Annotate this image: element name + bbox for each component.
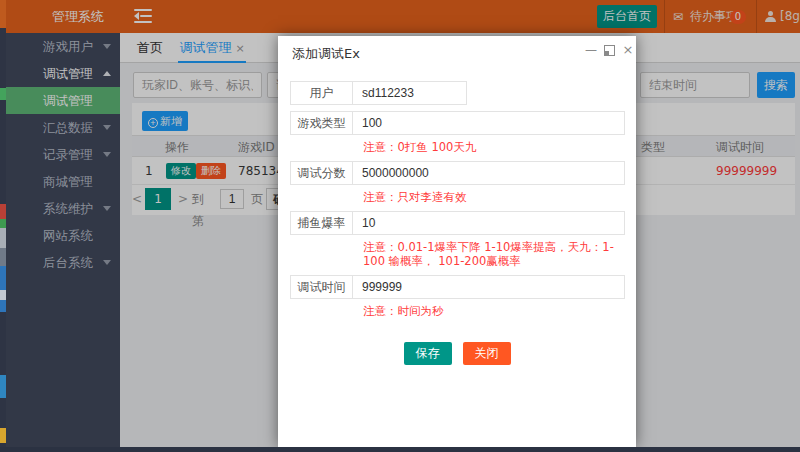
field-row-game-type: 游戏类型 bbox=[290, 111, 625, 135]
field-row-debug-score: 调试分数 bbox=[290, 161, 625, 185]
field-row-fish-rate: 捕鱼爆率 bbox=[290, 211, 625, 235]
game-type-field[interactable] bbox=[352, 111, 625, 135]
debug-score-note: 注意：只对李逵有效 bbox=[353, 190, 622, 204]
field-label: 用户 bbox=[290, 81, 353, 105]
add-debug-modal: 添加调试Ex — × 用户 游戏类型 注意：0打鱼 100天九 调试分数 bbox=[278, 36, 636, 447]
fish-rate-field[interactable] bbox=[352, 211, 625, 235]
user-field[interactable] bbox=[352, 81, 467, 105]
screen: 管理系统 游戏用户 调试管理 调试管理 汇总数据 记录管理 商城管理 bbox=[0, 0, 800, 452]
minimize-icon[interactable]: — bbox=[584, 42, 598, 58]
debug-time-field[interactable] bbox=[352, 275, 625, 299]
maximize-icon[interactable] bbox=[604, 45, 615, 56]
modal-header: 添加调试Ex — × bbox=[278, 36, 636, 66]
debug-score-field[interactable] bbox=[352, 161, 625, 185]
game-type-note: 注意：0打鱼 100天九 bbox=[353, 140, 622, 154]
close-icon[interactable]: × bbox=[621, 42, 635, 58]
bottom-window-edge bbox=[0, 447, 800, 452]
admin-app-window: 管理系统 游戏用户 调试管理 调试管理 汇总数据 记录管理 商城管理 bbox=[6, 0, 800, 447]
field-label: 游戏类型 bbox=[290, 111, 353, 135]
field-label: 调试时间 bbox=[290, 275, 353, 299]
modal-title: 添加调试Ex bbox=[292, 45, 360, 63]
modal-buttons: 保存 关闭 bbox=[278, 342, 636, 365]
modal-body: 用户 游戏类型 注意：0打鱼 100天九 调试分数 注意：只对李逵有效 捕鱼爆率 bbox=[278, 66, 636, 447]
close-button[interactable]: 关闭 bbox=[463, 342, 511, 365]
field-row-debug-time: 调试时间 bbox=[290, 275, 625, 299]
field-label: 调试分数 bbox=[290, 161, 353, 185]
debug-time-note: 注意：时间为秒 bbox=[353, 304, 622, 318]
save-button[interactable]: 保存 bbox=[404, 342, 452, 365]
field-row-user: 用户 bbox=[290, 81, 625, 105]
fish-rate-note: 注意：0.01-1爆率下降 1-10爆率提高，天九：1-100 输概率， 101… bbox=[353, 240, 622, 268]
field-label: 捕鱼爆率 bbox=[290, 211, 353, 235]
